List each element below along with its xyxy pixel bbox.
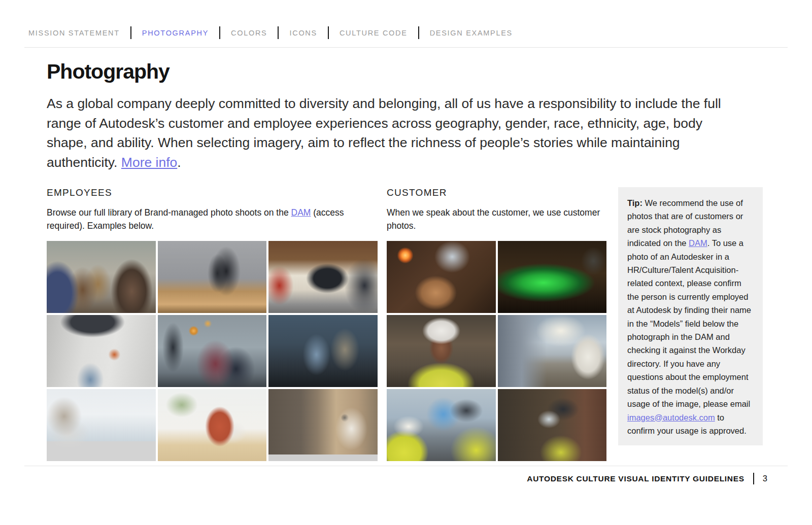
footer-document-title: AUTODESK CULTURE VISUAL IDENTITY GUIDELI… <box>527 474 745 483</box>
intro-paragraph: As a global company deeply committed to … <box>47 94 741 172</box>
tip-dam-link[interactable]: DAM <box>689 238 707 248</box>
employees-photo-grid <box>47 241 378 461</box>
employees-section: EMPLOYEES Browse our full library of Bra… <box>47 187 378 461</box>
page-content: Photography As a global company deeply c… <box>47 60 765 461</box>
more-info-link[interactable]: More info <box>121 155 177 170</box>
tab-culture-code[interactable]: CULTURE CODE <box>340 29 408 37</box>
tab-divider <box>219 26 220 39</box>
tab-divider <box>418 26 419 39</box>
main-columns: EMPLOYEES Browse our full library of Bra… <box>47 187 765 461</box>
customer-photo-6 <box>498 389 607 461</box>
customer-section: CUSTOMER When we speak about the custome… <box>387 187 606 461</box>
employees-photo-6 <box>268 315 378 387</box>
employees-heading: EMPLOYEES <box>47 187 378 198</box>
employees-desc-text: Browse our full library of Brand-managed… <box>47 207 291 218</box>
footer: AUTODESK CULTURE VISUAL IDENTITY GUIDELI… <box>527 473 767 484</box>
customer-photo-1 <box>387 241 496 313</box>
dam-link[interactable]: DAM <box>291 207 311 218</box>
tab-mission-statement[interactable]: MISSION STATEMENT <box>28 29 120 37</box>
tip-text: Tip: We recommend the use of photos that… <box>627 196 754 437</box>
footer-page-number: 3 <box>763 474 767 483</box>
tip-box: Tip: We recommend the use of photos that… <box>618 187 763 445</box>
employees-photo-3 <box>268 241 378 313</box>
employees-description: Browse our full library of Brand-managed… <box>47 206 378 232</box>
page-title: Photography <box>47 60 765 84</box>
employees-photo-8 <box>158 389 267 461</box>
customer-photo-5 <box>387 389 496 461</box>
footer-divider <box>24 466 788 466</box>
customer-photo-4 <box>498 315 607 387</box>
header-divider <box>24 47 788 48</box>
tab-design-examples[interactable]: DESIGN EXAMPLES <box>430 29 513 37</box>
employees-photo-7 <box>47 389 156 461</box>
tab-divider <box>130 26 131 39</box>
tab-colors[interactable]: COLORS <box>231 29 267 37</box>
customer-photo-grid <box>387 241 606 461</box>
customer-heading: CUSTOMER <box>387 187 606 198</box>
footer-separator <box>753 473 754 484</box>
tab-icons[interactable]: ICONS <box>289 29 317 37</box>
top-tab-bar: MISSION STATEMENT PHOTOGRAPHY COLORS ICO… <box>28 26 513 39</box>
employees-photo-9 <box>268 389 378 461</box>
customer-description: When we speak about the customer, we use… <box>387 206 606 232</box>
customer-photo-2 <box>498 241 607 313</box>
intro-text-end: . <box>177 155 181 170</box>
tip-text-2: . To use a photo of an Autodesker in a H… <box>627 238 751 408</box>
tab-divider <box>328 26 329 39</box>
employees-photo-1 <box>47 241 156 313</box>
tip-email-link[interactable]: images@autodesk.com <box>627 413 715 422</box>
employees-photo-5 <box>158 315 267 387</box>
customer-photo-3 <box>387 315 496 387</box>
tip-label: Tip: <box>627 198 642 207</box>
employees-photo-4 <box>47 315 156 387</box>
employees-photo-2 <box>158 241 267 313</box>
tab-photography[interactable]: PHOTOGRAPHY <box>142 29 209 37</box>
tab-divider <box>278 26 279 39</box>
